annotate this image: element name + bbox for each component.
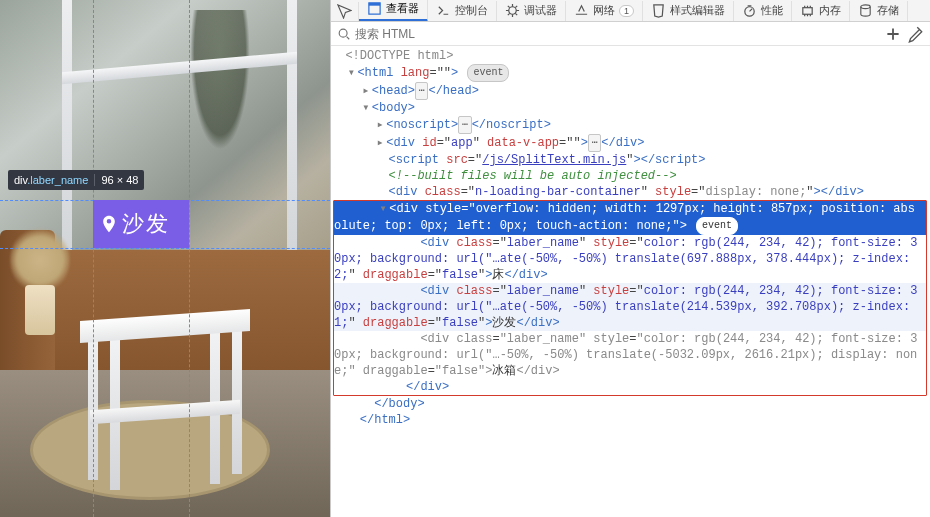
devtools-toolbar: 查看器 控制台 调试器 网络1 样式编辑器 性能 内存 存储: [331, 0, 930, 22]
highlight-tooltip: div.laber_name div.laber_name 96 × 48: [8, 170, 144, 190]
event-badge[interactable]: event: [467, 64, 509, 82]
page-preview[interactable]: div.laber_name div.laber_name 96 × 48 //…: [0, 0, 330, 517]
dom-tree[interactable]: <!DOCTYPE html> ▾<html lang=""> event ▸<…: [331, 46, 930, 517]
search-icon: [337, 27, 351, 41]
tab-network-label: 网络: [593, 3, 615, 18]
selection-region: ▾<div style="overflow: hidden; width: 12…: [333, 200, 927, 396]
inspect-picker-button[interactable]: [331, 2, 359, 21]
tab-debugger-label: 调试器: [524, 3, 557, 18]
pin-icon: [99, 210, 119, 238]
tab-performance[interactable]: 性能: [734, 1, 792, 21]
twisty-icon[interactable]: ▸: [360, 83, 372, 99]
tab-console[interactable]: 控制台: [428, 1, 497, 21]
ellipsis-icon[interactable]: ⋯: [588, 134, 601, 152]
tab-storage[interactable]: 存储: [850, 1, 908, 21]
dom-selected-wrapper[interactable]: ▾<div style="overflow: hidden; width: 12…: [334, 201, 926, 235]
highlight-guide-left: [93, 0, 94, 517]
dom-comment[interactable]: <!--built files will be auto injected-->: [331, 168, 930, 184]
dom-search-input[interactable]: [355, 27, 880, 41]
svg-point-6: [339, 29, 347, 37]
twisty-icon[interactable]: ▾: [360, 100, 372, 116]
dom-doctype[interactable]: <!DOCTYPE html>: [331, 48, 930, 64]
ellipsis-icon[interactable]: ⋯: [415, 82, 428, 100]
twisty-icon[interactable]: ▸: [374, 117, 386, 133]
add-node-button[interactable]: [884, 25, 902, 43]
tab-style-label: 样式编辑器: [670, 3, 725, 18]
dom-html-open[interactable]: ▾<html lang=""> event: [331, 64, 930, 82]
svg-rect-4: [803, 8, 812, 15]
dom-body-open[interactable]: ▾<body>: [331, 100, 930, 116]
highlight-label-text: 沙发: [122, 209, 170, 239]
dom-search-bar: [331, 22, 930, 46]
twisty-icon[interactable]: ▾: [377, 201, 389, 217]
highlight-guide-right: [189, 0, 190, 517]
tab-style-editor[interactable]: 样式编辑器: [643, 1, 734, 21]
tab-memory[interactable]: 内存: [792, 1, 850, 21]
tab-console-label: 控制台: [455, 3, 488, 18]
dom-html-close[interactable]: </html>: [331, 412, 930, 428]
eyedropper-button[interactable]: [906, 25, 924, 43]
dom-body-close[interactable]: </body>: [331, 396, 930, 412]
dom-label-node-1[interactable]: <div class="laber_name" style="color: rg…: [334, 283, 926, 331]
event-badge[interactable]: event: [696, 217, 738, 235]
dom-head[interactable]: ▸<head>⋯</head>: [331, 82, 930, 100]
ellipsis-icon[interactable]: ⋯: [458, 116, 471, 134]
tab-inspector[interactable]: 查看器: [359, 0, 428, 22]
dom-script[interactable]: <script src="/js/SplitText.min.js"></scr…: [331, 152, 930, 168]
tab-storage-label: 存储: [877, 3, 899, 18]
dom-label-node-2[interactable]: <div class="laber_name" style="color: rg…: [334, 331, 926, 379]
tab-debugger[interactable]: 调试器: [497, 1, 566, 21]
tab-memory-label: 内存: [819, 3, 841, 18]
decor-table: [80, 315, 250, 495]
svg-point-5: [861, 5, 870, 9]
dom-label-node-0[interactable]: <div class="laber_name" style="color: rg…: [334, 235, 926, 283]
twisty-icon[interactable]: ▸: [374, 135, 386, 151]
svg-point-2: [509, 7, 517, 15]
highlight-tooltip-dims: 96 × 48: [94, 174, 138, 186]
tab-inspector-label: 查看器: [386, 1, 419, 16]
dom-selected-wrapper-close[interactable]: </div>: [334, 379, 926, 395]
dom-noscript[interactable]: ▸<noscript>⋯</noscript>: [331, 116, 930, 134]
svg-rect-1: [369, 3, 380, 6]
network-count-badge: 1: [619, 5, 634, 17]
tab-perf-label: 性能: [761, 3, 783, 18]
decor-vase: [10, 225, 70, 335]
devtools-panel: 查看器 控制台 调试器 网络1 样式编辑器 性能 内存 存储 <!DOCTYPE…: [330, 0, 930, 517]
highlight-guide-bottom: [0, 248, 330, 249]
highlight-box: 沙发: [93, 200, 189, 248]
dom-loading[interactable]: <div class="n-loading-bar-container" sty…: [331, 184, 930, 200]
tab-network[interactable]: 网络1: [566, 1, 643, 21]
highlight-tooltip-selector: div.laber_name: [14, 174, 88, 186]
dom-app[interactable]: ▸<div id="app" data-v-app="">⋯</div>: [331, 134, 930, 152]
twisty-icon[interactable]: ▾: [345, 65, 357, 81]
